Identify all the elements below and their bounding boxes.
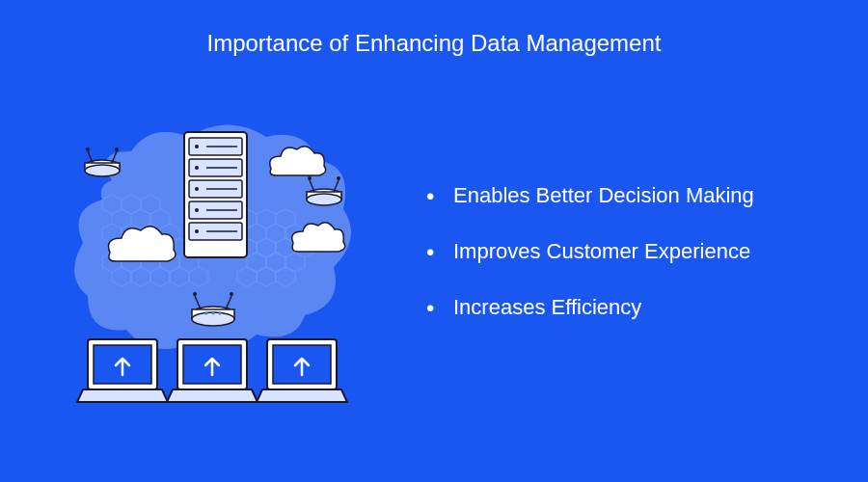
svg-point-36	[230, 292, 233, 296]
svg-point-38	[212, 311, 215, 314]
network-graphic-icon	[35, 103, 382, 431]
svg-point-9	[195, 208, 199, 212]
list-item: Improves Customer Experience	[426, 239, 810, 264]
svg-point-21	[86, 147, 90, 151]
server-tower-icon	[184, 132, 247, 257]
list-item: Increases Efficiency	[426, 295, 810, 320]
server-network-illustration	[0, 79, 417, 455]
laptop-icon	[257, 339, 347, 402]
svg-point-7	[195, 166, 199, 170]
svg-point-37	[205, 311, 208, 314]
svg-point-18	[85, 165, 120, 176]
svg-point-8	[195, 187, 199, 191]
svg-point-22	[115, 147, 119, 151]
svg-point-29	[337, 176, 340, 180]
svg-point-28	[308, 176, 312, 180]
svg-point-6	[195, 145, 199, 148]
laptop-icon	[167, 339, 258, 402]
bullet-section: Enables Better Decision Making Improves …	[417, 79, 868, 455]
svg-point-25	[307, 194, 341, 205]
svg-point-35	[193, 292, 197, 296]
content-area: Enables Better Decision Making Improves …	[0, 79, 868, 455]
router-icon	[85, 147, 120, 176]
list-item: Enables Better Decision Making	[426, 183, 810, 208]
svg-point-39	[219, 311, 222, 314]
title-line: Importance of Enhancing Data Management	[207, 30, 662, 56]
bullet-list: Enables Better Decision Making Improves …	[426, 183, 810, 351]
page-title: Importance of Enhancing Data Management	[0, 0, 868, 60]
laptop-icon	[77, 339, 168, 402]
svg-point-10	[195, 229, 199, 233]
